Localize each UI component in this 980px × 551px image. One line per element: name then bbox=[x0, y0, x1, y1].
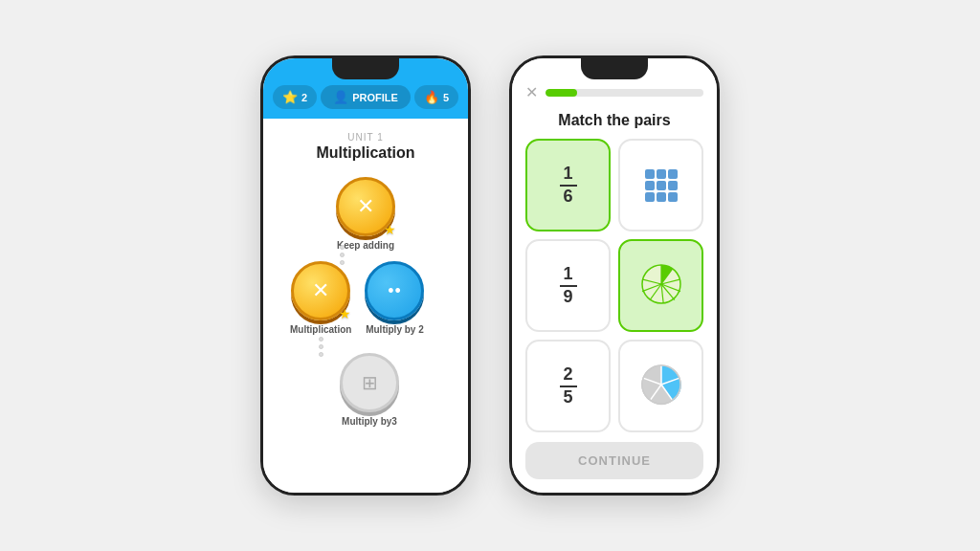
keep-adding-node[interactable]: ✕ ★ bbox=[336, 177, 395, 236]
right-title: Match the pairs bbox=[512, 108, 717, 139]
grid-cell-dot bbox=[657, 192, 666, 202]
partial-pie-icon bbox=[639, 363, 683, 410]
left-phone-notch bbox=[332, 58, 399, 79]
right-phone-content: ✕ Match the pairs 1 6 bbox=[512, 58, 717, 493]
fraction-2-5: 2 5 bbox=[560, 365, 577, 408]
multiplication-label: Multiplication bbox=[290, 324, 351, 335]
grid-cell-dot bbox=[668, 181, 678, 190]
flames-count: 5 bbox=[443, 92, 449, 103]
flame-icon: 🔥 bbox=[424, 90, 439, 104]
profile-button[interactable]: 👤 PROFILE bbox=[321, 85, 411, 109]
grid-cell-dot bbox=[645, 181, 655, 190]
profile-icon: 👤 bbox=[333, 90, 348, 104]
fraction-1-9: 1 9 bbox=[560, 265, 577, 307]
denominator: 9 bbox=[563, 287, 572, 306]
keep-adding-label: Keep adding bbox=[337, 240, 394, 251]
multiply-by-2-label: Multiply by 2 bbox=[366, 324, 424, 335]
multiply-by-2-node[interactable]: •• bbox=[365, 261, 424, 320]
node-multiply-by-2: •• Multiply by 2 bbox=[365, 261, 424, 335]
stars-count: 2 bbox=[301, 92, 307, 103]
multiplication-icon: ✕ bbox=[312, 278, 329, 303]
cell-icon-pie[interactable] bbox=[618, 239, 703, 332]
node-multiply-by-3: ⊞ Multiply by3 bbox=[340, 353, 399, 427]
flames-button[interactable]: 🔥 5 bbox=[414, 85, 458, 109]
pie-icon bbox=[639, 262, 683, 310]
path-row-2: ✕ ★ Multiplication •• Multiply by 2 bbox=[273, 261, 458, 335]
progress-bar-bg bbox=[546, 89, 703, 97]
grid-icon bbox=[645, 169, 678, 202]
keep-adding-icon: ✕ bbox=[357, 194, 374, 219]
continue-button[interactable]: CONTINUE bbox=[525, 442, 703, 479]
right-phone: ✕ Match the pairs 1 6 bbox=[509, 55, 720, 496]
multiply-by-3-node[interactable]: ⊞ bbox=[340, 353, 399, 412]
denominator: 5 bbox=[563, 387, 572, 407]
multiply-by-2-icon: •• bbox=[388, 281, 402, 301]
right-phone-notch bbox=[581, 58, 648, 79]
left-phone-content: ⭐ 2 👤 PROFILE 🔥 5 UNIT 1 Multiplication bbox=[263, 58, 468, 493]
multiplication-node[interactable]: ✕ ★ bbox=[291, 261, 350, 320]
path-container: ✕ ★ Keep adding bbox=[273, 177, 458, 427]
grid-cell-dot bbox=[657, 181, 666, 190]
connector-dot bbox=[340, 245, 345, 250]
connector-dot bbox=[319, 344, 323, 349]
connector-dot bbox=[319, 337, 323, 342]
unit-title: Multiplication bbox=[316, 144, 414, 162]
fraction-1-6: 1 6 bbox=[560, 165, 577, 207]
close-button[interactable]: ✕ bbox=[525, 85, 538, 100]
grid-cell-dot bbox=[645, 192, 655, 202]
cell-frac-1-9[interactable]: 1 9 bbox=[525, 239, 611, 332]
connector-dot bbox=[319, 352, 323, 357]
numerator: 1 bbox=[563, 264, 572, 283]
stars-button[interactable]: ⭐ 2 bbox=[273, 85, 317, 109]
progress-bar-fill bbox=[546, 89, 577, 97]
numerator: 2 bbox=[563, 364, 572, 384]
node-multiplication: ✕ ★ Multiplication bbox=[290, 261, 351, 335]
left-phone: ⭐ 2 👤 PROFILE 🔥 5 UNIT 1 Multiplication bbox=[260, 55, 471, 496]
cell-icon-partial-pie[interactable] bbox=[618, 340, 703, 432]
cell-frac-2-5[interactable]: 2 5 bbox=[525, 340, 611, 432]
grid-cell-dot bbox=[668, 169, 678, 179]
grid-cell-dot bbox=[668, 192, 678, 202]
connector-dot bbox=[340, 253, 345, 257]
grid-cell-dot bbox=[657, 169, 666, 179]
match-grid: 1 6 bbox=[512, 139, 717, 432]
star-icon: ⭐ bbox=[282, 90, 298, 104]
grid-cell-dot bbox=[645, 169, 655, 179]
node-keep-adding: ✕ ★ Keep adding bbox=[336, 177, 395, 251]
multiply-by-3-label: Multiply by3 bbox=[342, 416, 397, 427]
cell-icon-grid[interactable] bbox=[618, 139, 703, 231]
numerator: 1 bbox=[563, 164, 572, 183]
cell-frac-1-6[interactable]: 1 6 bbox=[525, 139, 611, 231]
multiplication-star: ★ bbox=[339, 306, 351, 321]
phones-container: ⭐ 2 👤 PROFILE 🔥 5 UNIT 1 Multiplication bbox=[260, 55, 720, 496]
denominator: 6 bbox=[563, 187, 572, 206]
keep-adding-star: ★ bbox=[384, 222, 396, 237]
unit-label: UNIT 1 bbox=[347, 132, 384, 143]
multiply-by-3-icon: ⊞ bbox=[362, 371, 378, 394]
profile-label: PROFILE bbox=[352, 92, 398, 103]
left-body: UNIT 1 Multiplication ✕ ★ Keep adding bbox=[263, 119, 468, 493]
